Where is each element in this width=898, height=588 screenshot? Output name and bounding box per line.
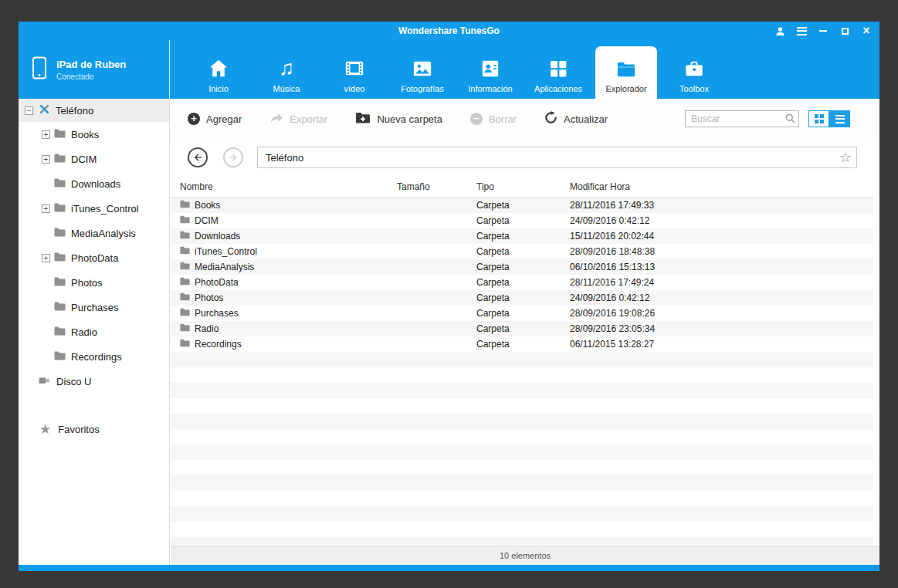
path-field: ☆ (257, 147, 857, 168)
folder-icon (180, 200, 190, 211)
view-toggle (808, 110, 850, 127)
sidebar-item-radio[interactable]: +Radio (19, 319, 169, 344)
file-modified: 24/09/2016 0:42:12 (570, 292, 873, 303)
file-modified: 28/09/2016 19:08:26 (570, 308, 873, 319)
sidebar-item-itunes_control[interactable]: +iTunes_Control (19, 196, 169, 221)
refresh-button[interactable]: Actualizar (544, 111, 608, 127)
forward-button[interactable] (223, 147, 243, 167)
table-row[interactable]: PhotosCarpeta24/09/2016 0:42:12 (171, 290, 873, 306)
device-name: iPad de Ruben (56, 59, 126, 70)
file-modified: 28/11/2016 17:49:33 (570, 200, 873, 211)
empty-row (171, 398, 873, 414)
expand-icon[interactable]: + (42, 130, 50, 139)
new-folder-button[interactable]: Nueva carpeta (355, 112, 442, 126)
table-row[interactable]: MediaAnalysisCarpeta06/10/2016 15:13:13 (171, 259, 873, 275)
empty-row (171, 460, 873, 475)
search-input[interactable] (685, 110, 799, 127)
file-type: Carpeta (476, 292, 570, 303)
sidebar-item-dcim[interactable]: +DCIM (19, 147, 169, 171)
menu-icon[interactable] (796, 25, 807, 36)
sidebar-item-favoritos[interactable]: ★ Favoritos (19, 417, 169, 441)
empty-row (171, 475, 873, 491)
nav-item-aplicaciones[interactable]: Aplicaciones (524, 40, 592, 99)
nav-item-video[interactable]: vídeo (320, 40, 388, 99)
file-name: Downloads (195, 231, 240, 242)
sidebar-item-photodata[interactable]: +PhotoData (19, 245, 169, 270)
delete-button[interactable]: − Borrar (470, 113, 517, 125)
video-icon (344, 56, 365, 79)
export-button[interactable]: Exportar (269, 113, 327, 126)
empty-row (171, 506, 873, 522)
sidebar-item-recordings[interactable]: +Recordings (19, 344, 169, 369)
sidebar-item-telefono[interactable]: − Teléfono (19, 99, 169, 122)
content-area: + Agregar Exportar Nueva carpeta − Borra… (171, 99, 879, 565)
table-row[interactable]: RadioCarpeta28/09/2016 23:05:34 (171, 321, 873, 336)
file-name: Radio (195, 323, 219, 334)
file-modified: 15/11/2016 20:02:44 (570, 231, 873, 242)
file-type: Carpeta (476, 262, 570, 272)
file-type: Carpeta (476, 215, 570, 226)
folder-icon (54, 251, 66, 265)
sidebar-item-disco-u[interactable]: Disco U (19, 369, 169, 394)
column-header-modificar-hora[interactable]: Modificar Hora (570, 181, 873, 192)
refresh-icon (544, 111, 557, 127)
table-row[interactable]: RecordingsCarpeta06/11/2015 13:28:27 (171, 336, 873, 352)
minus-circle-icon: − (470, 113, 483, 125)
nav-item-explorador[interactable]: Explorador (595, 46, 657, 99)
sidebar-item-books[interactable]: +Books (19, 122, 169, 147)
expand-icon[interactable]: + (42, 204, 50, 213)
folder-icon (180, 215, 190, 226)
sidebar-item-downloads[interactable]: +Downloads (19, 171, 169, 196)
sidebar-item-mediaanalysis[interactable]: +MediaAnalysis (19, 221, 169, 245)
table-row[interactable]: PhotoDataCarpeta28/11/2016 17:49:24 (171, 275, 873, 290)
nav-item-informacion[interactable]: Información (456, 40, 524, 99)
expand-icon[interactable]: + (42, 254, 50, 262)
expand-icon[interactable]: + (42, 155, 50, 164)
table-header: Nombre Tamaño Tipo Modificar Hora (171, 176, 873, 198)
nav-item-inicio[interactable]: Inicio (185, 40, 252, 99)
nav-item-musica[interactable]: ♫ Música (252, 40, 320, 99)
empty-row (171, 444, 873, 460)
file-name: MediaAnalysis (195, 262, 254, 272)
maximize-button[interactable] (839, 25, 850, 36)
table-row[interactable]: DCIMCarpeta24/09/2016 0:42:12 (171, 213, 873, 228)
list-view-button[interactable] (829, 110, 850, 127)
folder-icon (54, 325, 66, 339)
nav-item-toolbox[interactable]: Toolbox (660, 40, 728, 99)
apps-icon (548, 56, 568, 79)
path-input[interactable] (257, 147, 857, 168)
column-header-tipo[interactable]: Tipo (476, 181, 570, 192)
sidebar-item-photos[interactable]: +Photos (19, 270, 169, 295)
search-icon (785, 113, 795, 123)
header: iPad de Ruben Conectado Inicio ♫ Música … (19, 40, 879, 99)
close-button[interactable]: × (861, 25, 872, 36)
sidebar-item-purchases[interactable]: +Purchases (19, 295, 169, 319)
file-modified: 28/09/2016 18:48:38 (570, 246, 873, 257)
export-arrow-icon (269, 113, 283, 126)
list-lines-icon (835, 115, 845, 123)
minimize-button[interactable] (818, 25, 829, 36)
folder-icon (54, 127, 66, 141)
new-folder-icon (355, 112, 371, 126)
user-account-icon[interactable] (774, 25, 785, 36)
device-info: iPad de Ruben Conectado (19, 40, 170, 99)
table-row[interactable]: BooksCarpeta28/11/2016 17:49:33 (171, 198, 873, 213)
file-type: Carpeta (476, 231, 570, 242)
column-header-tamano[interactable]: Tamaño (397, 181, 476, 192)
favorite-star-icon[interactable]: ☆ (839, 149, 852, 166)
window-title: Wondershare TunesGo (19, 22, 879, 40)
collapse-icon[interactable]: − (25, 106, 33, 115)
nav-item-fotografias[interactable]: Fotografías (388, 40, 456, 99)
sidebar: − Teléfono +Books+DCIM+Downloads+iTunes_… (19, 99, 170, 565)
add-button[interactable]: + Agregar (188, 113, 242, 125)
empty-row (171, 414, 873, 429)
file-name: Recordings (195, 339, 242, 350)
file-modified: 24/09/2016 0:42:12 (570, 215, 873, 226)
back-button[interactable] (188, 147, 208, 167)
table-row[interactable]: PurchasesCarpeta28/09/2016 19:08:26 (171, 306, 873, 321)
grid-view-button[interactable] (808, 110, 829, 127)
table-row[interactable]: DownloadsCarpeta15/11/2016 20:02:44 (171, 228, 873, 244)
table-row[interactable]: iTunes_ControlCarpeta28/09/2016 18:48:38 (171, 244, 873, 259)
file-modified: 06/10/2016 15:13:13 (570, 262, 873, 272)
column-header-nombre[interactable]: Nombre (180, 181, 397, 192)
